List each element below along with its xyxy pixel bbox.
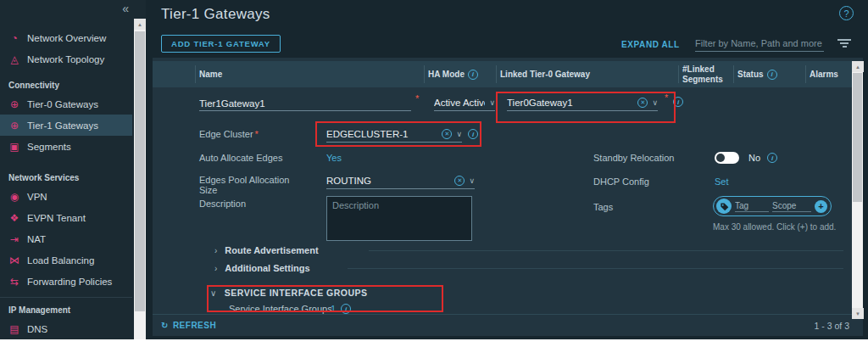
sidebar-item-label: Segments	[27, 142, 71, 152]
sidebar-item-network-overview[interactable]: ◔ Network Overview	[0, 27, 132, 48]
table-footer: ↻ REFRESH 1 - 3 of 3	[153, 314, 863, 336]
gateways-table: Name HA Mode i Linked Tier-0 Gateway #Li…	[153, 58, 863, 336]
column-label: Linked Tier-0 Gateway	[500, 70, 590, 80]
sidebar-item-vpn[interactable]: ◉ VPN	[0, 186, 132, 207]
chevron-down-icon[interactable]: ∨	[489, 98, 495, 107]
info-icon[interactable]: i	[767, 70, 777, 80]
additional-settings-section[interactable]: › Additional Settings	[214, 263, 310, 273]
network-topology-icon: ◬	[8, 53, 20, 65]
clear-icon[interactable]: ✕	[442, 129, 452, 139]
table-scrollbar-thumb[interactable]	[853, 73, 862, 202]
scope-input[interactable]	[772, 200, 811, 212]
column-header-ha-mode: HA Mode i	[428, 61, 494, 87]
filter-input[interactable]	[695, 35, 824, 52]
column-header-status: Status i	[737, 61, 801, 87]
dhcp-config-set-link[interactable]: Set	[715, 176, 729, 187]
load-balancing-icon: ⋈	[8, 255, 20, 266]
sidebar-item-dns[interactable]: ▤ DNS	[0, 318, 132, 339]
refresh-icon: ↻	[161, 321, 169, 330]
standby-relocation-label: Standby Relocation	[593, 153, 674, 163]
tier1-gateways-icon: ⊕	[8, 120, 20, 132]
sidebar-item-label: EVPN Tenant	[27, 213, 86, 223]
edge-cluster-select[interactable]: EDGECLUSTER-1 ✕ ∨	[326, 126, 462, 143]
chevron-down-icon: ∨	[210, 288, 217, 298]
tier0-gateways-icon: ⊕	[8, 98, 20, 110]
sidebar-item-label: DNS	[27, 324, 47, 334]
info-icon[interactable]: i	[673, 97, 683, 107]
ha-mode-value: Active Active	[434, 98, 485, 108]
info-icon[interactable]: i	[341, 304, 351, 314]
sidebar-section-ip-management: IP Management	[0, 301, 132, 318]
vpn-icon: ◉	[8, 191, 20, 203]
linked-tier0-select[interactable]: Tier0Gateway1 ✕ ∨	[507, 95, 658, 111]
section-label: SERVICE INTERFACE GROUPS	[225, 288, 368, 298]
scroll-up-icon[interactable]: ▲	[134, 19, 146, 30]
add-tier1-gateway-button[interactable]: ADD TIER-1 GATEWAY	[161, 35, 281, 53]
refresh-button[interactable]: ↻ REFRESH	[161, 321, 216, 330]
sidebar-scrollbar[interactable]: ▲	[134, 19, 146, 339]
column-label: Alarms	[810, 70, 838, 80]
required-marker: *	[415, 93, 419, 104]
edges-pool-allocation-select[interactable]: ROUTING ✕ ∨	[326, 173, 475, 189]
description-label: Description	[199, 199, 246, 209]
nat-icon: ⇥	[8, 233, 20, 245]
sidebar-item-network-topology[interactable]: ◬ Network Topology	[0, 48, 132, 70]
table-scrollbar[interactable]: ▲ ▼	[852, 61, 863, 319]
sidebar-item-nat[interactable]: ⇥ NAT	[0, 228, 132, 249]
chevron-right-icon: ›	[214, 246, 217, 255]
linked-tier0-value: Tier0Gateway1	[507, 98, 633, 108]
auto-allocate-edges-value[interactable]: Yes	[326, 153, 342, 163]
column-label: #Linked Segments	[682, 64, 732, 84]
service-interface-groups-section[interactable]: ∨ SERVICE INTERFACE GROUPS	[210, 288, 368, 298]
help-icon[interactable]: ?	[839, 6, 854, 20]
info-icon[interactable]: i	[468, 70, 478, 80]
info-icon[interactable]: i	[468, 129, 478, 139]
sidebar-item-segments[interactable]: ▣ Segments	[0, 136, 132, 157]
edges-pool-allocation-label: Edges Pool Allocation Size	[199, 175, 289, 195]
service-interface-groups-count[interactable]: 1	[331, 304, 336, 314]
clear-icon[interactable]: ✕	[637, 98, 648, 108]
sidebar-divider	[0, 297, 132, 298]
network-overview-icon: ◔	[8, 32, 20, 44]
column-label: Status	[737, 70, 764, 80]
sidebar-scrollbar-thumb[interactable]	[135, 31, 145, 311]
expand-all-button[interactable]: EXPAND ALL	[621, 40, 680, 49]
scroll-down-icon[interactable]: ▼	[852, 308, 864, 319]
pagination-label: 1 - 3 of 3	[815, 321, 849, 331]
column-header-alarms: Alarms	[810, 61, 850, 87]
chevron-down-icon[interactable]: ∨	[456, 130, 462, 138]
sidebar-item-forwarding-policies[interactable]: ⇆ Forwarding Policies	[0, 271, 132, 292]
info-icon[interactable]: i	[767, 153, 777, 163]
chevron-down-icon[interactable]: ∨	[469, 176, 475, 185]
sidebar-section-connectivity: Connectivity	[0, 76, 132, 93]
forwarding-policies-icon: ⇆	[8, 276, 20, 288]
sidebar-item-label: VPN	[27, 192, 47, 202]
sidebar-item-label: Network Overview	[27, 33, 106, 43]
description-textarea[interactable]	[326, 196, 472, 241]
tag-input[interactable]	[735, 200, 769, 212]
route-advertisement-section[interactable]: › Route Advertisement	[214, 245, 319, 255]
standby-relocation-value: No	[748, 153, 760, 163]
sidebar-nav: ◔ Network Overview ◬ Network Topology Co…	[0, 0, 132, 339]
sidebar-section-network-services: Network Services	[0, 169, 132, 186]
ha-mode-select[interactable]: Active Active ∨	[434, 95, 495, 111]
gateway-name-input[interactable]	[199, 96, 411, 111]
filter-icon[interactable]	[837, 39, 851, 49]
section-divider	[369, 250, 843, 251]
tags-hint: Max 30 allowed. Click (+) to add.	[713, 222, 836, 232]
scroll-up-icon[interactable]: ▲	[852, 61, 864, 72]
sidebar-item-evpn-tenant[interactable]: ❖ EVPN Tenant	[0, 207, 132, 228]
sidebar-item-tier0-gateways[interactable]: ⊕ Tier-0 Gateways	[0, 93, 132, 115]
add-tag-icon[interactable]: +	[815, 200, 827, 213]
clear-icon[interactable]: ✕	[454, 176, 465, 186]
tags-label: Tags	[593, 202, 613, 212]
standby-relocation-toggle[interactable]	[715, 152, 739, 164]
column-header-linked-segments: #Linked Segments	[682, 61, 732, 87]
sidebar-item-load-balancing[interactable]: ⋈ Load Balancing	[0, 249, 132, 271]
dhcp-config-label: DHCP Config	[593, 176, 649, 187]
column-header-name: Name	[199, 61, 420, 87]
chevron-down-icon[interactable]: ∨	[652, 98, 658, 107]
sidebar-item-tier1-gateways[interactable]: ⊕ Tier-1 Gateways	[0, 115, 132, 136]
dns-icon: ▤	[8, 323, 20, 335]
sidebar-item-label: Tier-0 Gateways	[27, 99, 98, 109]
